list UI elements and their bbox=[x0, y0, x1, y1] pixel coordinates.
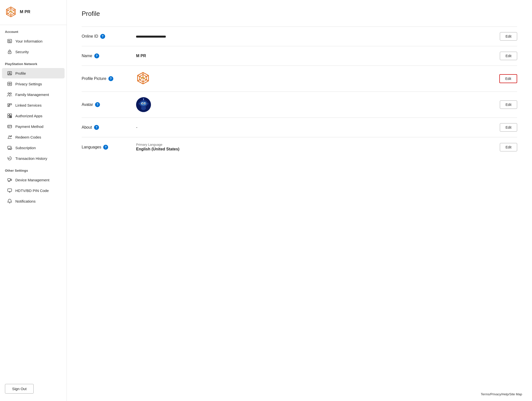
languages-main-value: English (United States) bbox=[136, 147, 179, 151]
avatar-svg bbox=[136, 97, 151, 112]
page-title: Profile bbox=[82, 10, 517, 18]
svg-point-74 bbox=[142, 103, 143, 104]
svg-rect-53 bbox=[8, 189, 12, 191]
sidebar-footer: Sign Out bbox=[0, 379, 67, 396]
sign-out-button[interactable]: Sign Out bbox=[5, 384, 34, 394]
avatar-row: Avatar ? bbox=[82, 92, 517, 118]
sidebar-item-transaction-history[interactable]: Transaction History bbox=[2, 153, 65, 164]
brand-logo-icon bbox=[5, 6, 17, 18]
name-label-area: Name ? bbox=[82, 53, 131, 58]
about-help-icon[interactable]: ? bbox=[94, 125, 99, 130]
sidebar-section-psn: PlayStation Network Profile bbox=[0, 57, 67, 164]
svg-point-25 bbox=[8, 93, 9, 94]
svg-rect-48 bbox=[8, 179, 10, 181]
name-edit-button[interactable]: Edit bbox=[500, 52, 517, 60]
sidebar-section-other: Other Settings Device Management bbox=[0, 164, 67, 207]
languages-label-area: Languages ? bbox=[82, 145, 131, 150]
sidebar-username: M PR bbox=[20, 9, 30, 14]
about-edit-button[interactable]: Edit bbox=[500, 123, 517, 132]
svg-line-47 bbox=[10, 158, 10, 159]
name-help-icon[interactable]: ? bbox=[94, 53, 99, 58]
avatar-image bbox=[136, 97, 151, 112]
main-content: Profile Online ID ? Edit Name ? M PR Edi… bbox=[67, 0, 532, 401]
person-badge-icon bbox=[7, 38, 12, 44]
sidebar-item-family-management[interactable]: Family Management bbox=[2, 89, 65, 100]
svg-point-26 bbox=[10, 93, 11, 94]
bell-icon bbox=[7, 198, 12, 204]
sidebar-item-payment-method[interactable]: Payment Method bbox=[2, 121, 65, 132]
svg-point-75 bbox=[145, 103, 145, 104]
payment-icon bbox=[7, 124, 12, 129]
other-settings-label: Other Settings bbox=[0, 164, 67, 174]
sidebar-item-notifications[interactable]: Notifications bbox=[2, 196, 65, 206]
transaction-history-label: Transaction History bbox=[15, 156, 47, 161]
sidebar-item-redeem-codes[interactable]: Redeem Codes bbox=[2, 132, 65, 142]
about-value: - bbox=[136, 125, 495, 130]
apps-icon bbox=[7, 113, 12, 118]
avatar-help-icon[interactable]: ? bbox=[95, 102, 100, 107]
your-information-label: Your Information bbox=[15, 39, 43, 43]
svg-point-76 bbox=[141, 106, 146, 110]
redeem-icon bbox=[7, 134, 12, 140]
sidebar: M PR Account Your Information bbox=[0, 0, 67, 401]
psn-section-label: PlayStation Network bbox=[0, 57, 67, 68]
authorized-apps-label: Authorized Apps bbox=[15, 114, 42, 118]
svg-point-19 bbox=[9, 72, 10, 74]
subscription-label: Subscription bbox=[15, 146, 36, 150]
profile-picture-label-area: Profile Picture ? bbox=[82, 76, 131, 81]
about-row: About ? - Edit bbox=[82, 118, 517, 137]
svg-rect-32 bbox=[8, 114, 9, 116]
svg-rect-39 bbox=[8, 125, 12, 128]
languages-value: Primary Language English (United States) bbox=[136, 143, 495, 151]
svg-rect-12 bbox=[8, 40, 10, 41]
sidebar-item-profile[interactable]: Profile bbox=[2, 68, 65, 78]
profile-picture-help-icon[interactable]: ? bbox=[108, 76, 113, 81]
profile-icon bbox=[7, 71, 12, 76]
monitor-icon bbox=[7, 188, 12, 193]
avatar-value bbox=[136, 97, 495, 112]
sidebar-header: M PR bbox=[0, 0, 67, 25]
sidebar-item-privacy-settings[interactable]: Privacy Settings bbox=[2, 79, 65, 89]
sidebar-item-authorized-apps[interactable]: Authorized Apps bbox=[2, 111, 65, 121]
languages-help-icon[interactable]: ? bbox=[103, 145, 108, 150]
svg-point-22 bbox=[9, 84, 10, 84]
svg-point-78 bbox=[146, 103, 148, 105]
avatar-edit-button[interactable]: Edit bbox=[500, 100, 517, 109]
svg-rect-28 bbox=[10, 104, 12, 105]
svg-point-80 bbox=[143, 98, 144, 99]
sidebar-item-subscription[interactable]: Subscription bbox=[2, 142, 65, 153]
svg-rect-49 bbox=[11, 179, 12, 181]
languages-edit-button[interactable]: Edit bbox=[500, 143, 517, 151]
linked-icon bbox=[7, 102, 12, 108]
sidebar-item-hdtv[interactable]: HDTV/BD PIN Code bbox=[2, 185, 65, 196]
profile-picture-edit-button[interactable]: Edit bbox=[499, 74, 517, 83]
online-id-value bbox=[136, 34, 495, 39]
svg-point-17 bbox=[9, 52, 10, 53]
online-id-edit-button[interactable]: Edit bbox=[500, 32, 517, 41]
sidebar-item-your-information[interactable]: Your Information bbox=[2, 36, 65, 46]
online-id-help-icon[interactable]: ? bbox=[100, 34, 105, 39]
payment-method-label: Payment Method bbox=[15, 124, 43, 129]
device-icon bbox=[7, 177, 12, 183]
profile-picture-row: Profile Picture ? Edit bbox=[82, 66, 517, 92]
svg-point-45 bbox=[10, 148, 12, 150]
family-management-label: Family Management bbox=[15, 93, 49, 97]
languages-label: Languages bbox=[82, 145, 101, 149]
profile-picture-label: Profile Picture bbox=[82, 76, 106, 81]
notifications-label: Notifications bbox=[15, 199, 36, 203]
sidebar-item-security[interactable]: Security bbox=[2, 47, 65, 57]
svg-point-69 bbox=[141, 102, 146, 106]
about-label: About bbox=[82, 125, 92, 130]
account-section-label: Account bbox=[0, 25, 67, 36]
profile-label: Profile bbox=[15, 71, 26, 75]
avatar-label: Avatar bbox=[82, 102, 93, 107]
svg-point-77 bbox=[139, 103, 141, 105]
sidebar-item-device-management[interactable]: Device Management bbox=[2, 175, 65, 185]
subscription-icon bbox=[7, 145, 12, 150]
footer-links: Terms/Privacy/Help/Site Map bbox=[481, 392, 522, 396]
svg-rect-27 bbox=[8, 104, 9, 105]
name-label: Name bbox=[82, 54, 92, 58]
sidebar-item-linked-services[interactable]: Linked Services bbox=[2, 100, 65, 110]
online-id-row: Online ID ? Edit bbox=[82, 26, 517, 46]
profile-picture-logo-icon bbox=[136, 71, 150, 85]
